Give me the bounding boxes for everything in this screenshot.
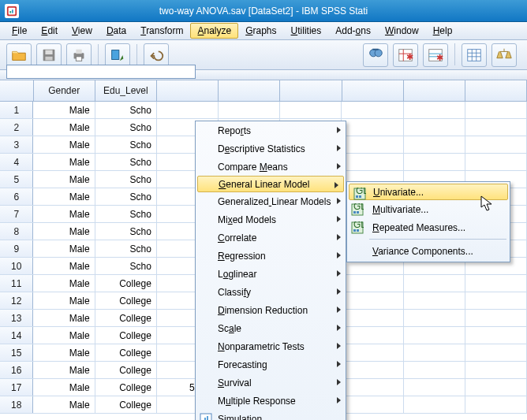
cell-gender[interactable]: Male	[33, 240, 95, 257]
cell-blank[interactable]	[465, 154, 527, 170]
cell-blank[interactable]	[465, 379, 527, 396]
cell-gender[interactable]: Male	[33, 396, 95, 413]
cell-edu[interactable]: Scho	[95, 240, 157, 257]
cell-gender[interactable]: Male	[33, 102, 95, 118]
show-values-button[interactable]	[462, 43, 487, 67]
row-number[interactable]: 17	[0, 379, 33, 396]
cell-blank[interactable]	[465, 396, 527, 413]
analyze-item-multiple-response[interactable]: Multiple Response	[196, 392, 346, 410]
cell-blank[interactable]	[404, 154, 465, 170]
analyze-item-survival[interactable]: Survival	[196, 374, 346, 392]
row-number[interactable]: 15	[0, 344, 33, 361]
cell-gender[interactable]: Male	[33, 362, 95, 378]
column-header-gender[interactable]: Gender	[34, 80, 95, 101]
cell-blank[interactable]	[342, 154, 403, 170]
table-row[interactable]: 1MaleScho	[0, 102, 527, 119]
cell-blank[interactable]	[465, 136, 527, 153]
row-number[interactable]: 5	[0, 171, 33, 188]
row-number[interactable]: 12	[0, 292, 33, 309]
cell-blank[interactable]	[465, 344, 527, 361]
cell-blank[interactable]	[342, 396, 403, 413]
row-number[interactable]: 11	[0, 275, 33, 292]
analyze-item-reports[interactable]: Reports	[196, 121, 346, 139]
cell-blank[interactable]	[465, 119, 527, 136]
cell-gender[interactable]: Male	[33, 327, 95, 344]
glm-item-repeated-measures[interactable]: GLMRepeated Measures...	[347, 218, 510, 236]
analyze-item-loglinear[interactable]: Loglinear	[196, 265, 346, 283]
row-number[interactable]: 9	[0, 240, 33, 257]
open-file-button[interactable]	[6, 43, 32, 67]
row-number[interactable]: 10	[0, 258, 33, 274]
menu-edit[interactable]: Edit	[34, 23, 65, 39]
menu-data[interactable]: Data	[99, 23, 133, 39]
cell-edu[interactable]: College	[95, 275, 157, 292]
cell-gender[interactable]: Male	[33, 379, 95, 396]
cell-edu[interactable]: College	[95, 310, 157, 326]
cell-blank[interactable]	[404, 310, 465, 326]
cell-edu[interactable]: College	[95, 379, 157, 396]
cell-blank[interactable]	[404, 344, 465, 361]
cell-blank[interactable]	[342, 310, 403, 326]
cell-blank[interactable]	[342, 362, 403, 378]
analyze-item-mixed-models[interactable]: Mixed Models	[196, 210, 346, 229]
cell-gender[interactable]: Male	[33, 206, 95, 222]
glm-item-multivariate[interactable]: GLMMultivariate...	[347, 200, 510, 218]
weight-cases-button[interactable]	[491, 43, 517, 67]
analyze-item-descriptive-statistics[interactable]: Descriptive Statistics	[196, 139, 346, 158]
cell-blank[interactable]	[404, 292, 465, 309]
row-number[interactable]: 3	[0, 136, 33, 153]
menu-view[interactable]: View	[65, 23, 99, 39]
cell-edu[interactable]: Scho	[95, 119, 157, 136]
analyze-item-simulation[interactable]: Simulation...	[196, 410, 346, 420]
column-header-blank[interactable]	[219, 80, 280, 101]
cell-gender[interactable]: Male	[33, 275, 95, 292]
cell-edu[interactable]: Scho	[95, 223, 157, 240]
analyze-item-generalized-linear-models[interactable]: Generalized Linear Models	[196, 192, 346, 210]
menu-utilities[interactable]: Utilities	[284, 23, 329, 39]
cell-blank[interactable]	[342, 275, 403, 292]
menu-window[interactable]: Window	[378, 23, 426, 39]
cell-blank[interactable]	[342, 119, 403, 136]
analyze-item-general-linear-model[interactable]: General Linear Model	[197, 176, 344, 192]
row-number[interactable]: 6	[0, 188, 33, 205]
column-header-blank[interactable]	[342, 80, 404, 101]
cell-edu[interactable]: College	[95, 344, 157, 361]
cell-blank[interactable]	[465, 275, 527, 292]
row-number[interactable]: 7	[0, 206, 33, 222]
cell-edu[interactable]: Scho	[95, 136, 157, 153]
cell-blank[interactable]	[404, 396, 465, 413]
analyze-item-dimension-reduction[interactable]: Dimension Reduction	[196, 301, 346, 319]
cell-name-box[interactable]	[6, 65, 196, 79]
analyze-item-forecasting[interactable]: Forecasting	[196, 355, 346, 374]
menu-transform[interactable]: Transform	[133, 23, 190, 39]
cell-blank[interactable]	[465, 310, 527, 326]
cell-blank[interactable]	[465, 362, 527, 378]
cell-gender[interactable]: Male	[33, 188, 95, 205]
cell-edu[interactable]: College	[95, 396, 157, 413]
column-header-blank[interactable]	[157, 80, 219, 101]
cell-blank[interactable]	[404, 102, 465, 118]
analyze-item-nonparametric-tests[interactable]: Nonparametric Tests	[196, 337, 346, 355]
menu-file[interactable]: File	[5, 23, 34, 39]
cell-edu[interactable]: College	[95, 292, 157, 309]
cell-gender[interactable]: Male	[33, 344, 95, 361]
row-number[interactable]: 8	[0, 223, 33, 240]
cell-gender[interactable]: Male	[33, 223, 95, 240]
cell-edu[interactable]: Scho	[95, 206, 157, 222]
column-header-blank[interactable]	[280, 80, 342, 101]
row-number[interactable]: 16	[0, 362, 33, 378]
cell-blank[interactable]	[280, 102, 342, 118]
undo-button[interactable]	[144, 43, 169, 67]
insert-case-button[interactable]: ✱	[423, 43, 448, 67]
cell-blank[interactable]	[404, 327, 465, 344]
row-number[interactable]: 4	[0, 154, 33, 170]
cell-edu[interactable]: Scho	[95, 102, 157, 118]
cell-blank[interactable]	[404, 119, 465, 136]
column-header-edu[interactable]: Edu_Level	[95, 80, 157, 101]
cell-edu[interactable]: College	[95, 362, 157, 378]
column-header-blank[interactable]	[404, 80, 465, 101]
glm-item-univariate[interactable]: GLMUnivariate...	[349, 184, 508, 200]
save-button[interactable]	[36, 43, 62, 67]
row-number[interactable]: 13	[0, 310, 33, 326]
cell-edu[interactable]: Scho	[95, 258, 157, 274]
